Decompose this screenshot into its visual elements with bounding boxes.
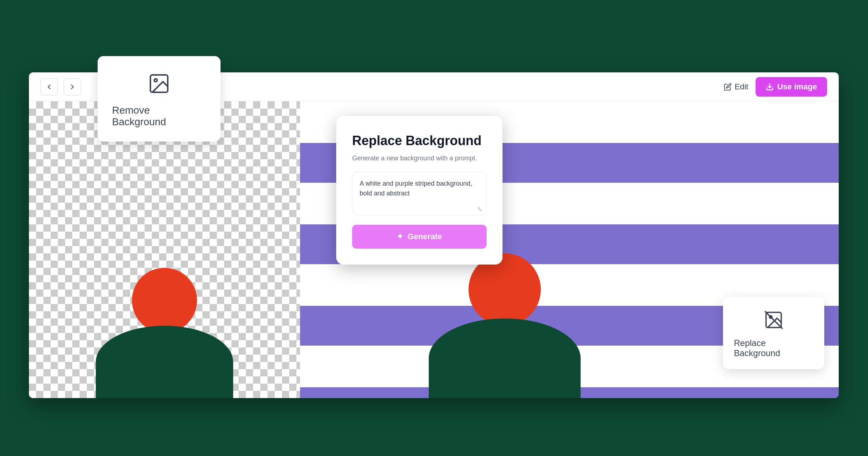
edit-icon <box>724 83 732 91</box>
replace-bg-card-label: Replace Background <box>734 338 813 358</box>
resize-icon: ⤡ <box>477 205 482 213</box>
remove-bg-label: Remove Background <box>112 105 206 128</box>
svg-point-10 <box>154 79 157 82</box>
left-panel <box>29 101 300 398</box>
replace-bg-description: Generate a new background with a prompt. <box>352 153 487 163</box>
replace-bg-card-icon <box>764 310 784 333</box>
generate-label: Generate <box>407 232 442 241</box>
right-avatar <box>429 253 581 398</box>
use-image-button[interactable]: Use image <box>756 77 827 97</box>
left-avatar-body <box>96 326 233 398</box>
generate-sparkle-icon: ✦ <box>397 232 403 241</box>
left-avatar <box>96 268 233 398</box>
use-image-label: Use image <box>777 82 817 92</box>
download-icon <box>766 83 774 91</box>
replace-bg-panel: Replace Background Generate a new backgr… <box>336 116 503 265</box>
toolbar-left <box>40 78 81 96</box>
edit-label: Edit <box>735 82 748 92</box>
remove-bg-icon <box>147 72 171 98</box>
replace-bg-card: Replace Background <box>723 297 824 369</box>
back-button[interactable] <box>40 78 58 96</box>
left-avatar-head <box>132 268 197 333</box>
remove-bg-floating-card: Remove Background <box>98 56 221 142</box>
generate-button[interactable]: ✦ Generate <box>352 225 487 249</box>
toolbar-right: Edit Use image <box>724 77 827 97</box>
forward-button[interactable] <box>64 78 81 96</box>
prompt-textarea[interactable] <box>352 172 487 215</box>
right-avatar-body <box>429 318 581 398</box>
replace-bg-title: Replace Background <box>352 133 487 148</box>
edit-button[interactable]: Edit <box>724 82 748 92</box>
prompt-wrapper: ⤡ <box>352 172 487 217</box>
